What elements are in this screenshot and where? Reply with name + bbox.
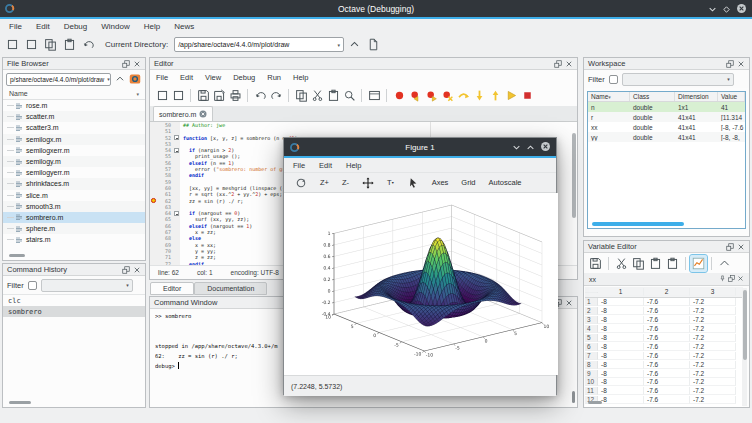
variable-cell[interactable]: -7.6: [644, 316, 690, 324]
workspace-row[interactable]: ndouble1x141: [588, 102, 745, 112]
variable-cell[interactable]: -7.2: [690, 325, 736, 333]
paste-icon[interactable]: [61, 36, 78, 53]
save-icon[interactable]: [587, 255, 604, 272]
filter-combobox[interactable]: ▾: [41, 279, 133, 292]
fold-collapse-icon[interactable]: [174, 135, 179, 140]
pin-icon[interactable]: [719, 275, 726, 283]
horizontal-scrollbar[interactable]: [9, 401, 31, 404]
float-panel-icon[interactable]: [122, 60, 130, 68]
maximize-button[interactable]: [526, 138, 535, 156]
figure-window[interactable]: Figure 1 FileEditHelp Z+Z-T▾AxesGridAuto…: [283, 137, 557, 395]
variable-cell[interactable]: -7.2: [690, 361, 736, 369]
editor-menu-item-file[interactable]: File: [150, 72, 174, 83]
editor-vertical-scrollbar[interactable]: [572, 133, 576, 218]
workspace-column-class[interactable]: Class: [630, 92, 675, 101]
variable-row[interactable]: 10-8-7.6-7.2: [585, 378, 743, 387]
cut-icon[interactable]: [309, 87, 325, 103]
variable-cell[interactable]: -7.6: [644, 352, 690, 360]
close-panel-icon[interactable]: [565, 299, 573, 307]
workspace-table[interactable]: Name ▾ClassDimensionValue ndouble1x141rd…: [587, 91, 746, 229]
variable-editor-vscroll-track[interactable]: [742, 288, 747, 406]
sombrero-surface-plot[interactable]: [284, 193, 558, 375]
close-panel-icon[interactable]: [737, 60, 745, 68]
save-as-icon[interactable]: [211, 87, 227, 103]
insert-text-button[interactable]: T▾: [381, 176, 400, 189]
variable-cell[interactable]: -8: [598, 361, 644, 369]
variable-cell[interactable]: -7.2: [690, 396, 736, 404]
variable-cell[interactable]: -7.2: [690, 370, 736, 378]
float-panel-icon[interactable]: [728, 275, 735, 283]
sync-browser-directory-button[interactable]: [128, 72, 142, 86]
file-row[interactable]: shrinkfaces.m: [3, 178, 145, 189]
float-panel-icon[interactable]: [554, 60, 562, 68]
fold-collapse-icon[interactable]: [174, 211, 179, 216]
variable-cell[interactable]: -8: [598, 334, 644, 342]
close-icon[interactable]: [737, 275, 744, 283]
new-script-icon[interactable]: [4, 36, 21, 53]
copy-icon[interactable]: [630, 255, 647, 272]
browse-directory-button[interactable]: [365, 36, 382, 53]
float-panel-icon[interactable]: [726, 243, 734, 251]
variable-cell[interactable]: -8: [598, 387, 644, 395]
file-row[interactable]: sphere.m: [3, 223, 145, 234]
variable-cell[interactable]: -8: [598, 298, 644, 306]
print-icon[interactable]: [227, 87, 243, 103]
close-tab-icon[interactable]: [199, 110, 207, 119]
autoscale-button[interactable]: Autoscale: [483, 176, 528, 189]
variable-cell[interactable]: -7.2: [690, 343, 736, 351]
figure-menu-item-help[interactable]: Help: [339, 160, 368, 171]
filter-checkbox[interactable]: [609, 75, 618, 84]
variable-cell[interactable]: -8: [598, 352, 644, 360]
variable-cell[interactable]: -7.6: [644, 343, 690, 351]
editor-menu-item-run[interactable]: Run: [261, 72, 287, 83]
variable-column-1[interactable]: 1: [598, 288, 644, 296]
workspace-column-name[interactable]: Name ▾: [588, 92, 630, 101]
current-directory-combobox[interactable]: /app/share/octave/4.4.0/m/plot/draw ▾: [174, 37, 344, 52]
variable-tab-xx[interactable]: xx: [584, 273, 749, 286]
axes-button[interactable]: Axes: [426, 176, 455, 189]
variable-row[interactable]: 11-8-7.6-7.2: [585, 387, 743, 396]
variable-editor-titlebar[interactable]: Variable Editor: [584, 241, 749, 253]
variable-cell[interactable]: -8: [598, 396, 644, 404]
open-icon[interactable]: [170, 87, 186, 103]
one-directory-up-button[interactable]: [113, 72, 127, 86]
file-row[interactable]: slice.m: [3, 190, 145, 201]
file-row[interactable]: scatter.m: [3, 111, 145, 122]
variable-cell[interactable]: -7.2: [690, 334, 736, 342]
figure-canvas-area[interactable]: [284, 193, 556, 375]
file-browser-path-combobox[interactable]: p/share/octave/4.4.0/m/plot/draw ▾: [6, 73, 111, 86]
variable-row[interactable]: 5-8-7.6-7.2: [585, 334, 743, 343]
variable-table-header[interactable]: 123: [585, 287, 743, 298]
step-icon[interactable]: [455, 87, 471, 103]
close-button[interactable]: [736, 0, 747, 18]
menu-item-debug[interactable]: Debug: [57, 21, 95, 32]
variable-row[interactable]: 7-8-7.6-7.2: [585, 351, 743, 360]
variable-cell[interactable]: -7.6: [644, 307, 690, 315]
switch-window-icon[interactable]: [366, 87, 382, 103]
file-row[interactable]: smooth3.m: [3, 201, 145, 212]
file-row[interactable]: semilogxerr.m: [3, 145, 145, 156]
filter-combobox[interactable]: ▾: [622, 73, 734, 86]
workspace-horizontal-scrollbar[interactable]: [592, 222, 684, 226]
close-panel-icon[interactable]: [737, 243, 745, 251]
cut-icon[interactable]: [613, 255, 630, 272]
float-panel-icon[interactable]: [726, 60, 734, 68]
paste-icon[interactable]: [325, 87, 341, 103]
workspace-titlebar[interactable]: Workspace: [584, 58, 749, 70]
remove-breakpoints-icon[interactable]: [439, 87, 455, 103]
editor-menu-item-help[interactable]: Help: [287, 72, 314, 83]
copy-icon[interactable]: [42, 36, 59, 53]
dock-tab-editor[interactable]: Editor: [150, 282, 194, 295]
variable-cell[interactable]: -7.6: [644, 325, 690, 333]
menu-item-news[interactable]: News: [167, 21, 201, 32]
breakpoint-icon[interactable]: [151, 198, 156, 203]
workspace-column-dimension[interactable]: Dimension: [675, 92, 718, 101]
save-icon[interactable]: [195, 87, 211, 103]
variable-column-3[interactable]: 3: [690, 288, 736, 296]
paste-icon[interactable]: [664, 255, 681, 272]
rotate-tool-icon[interactable]: [289, 175, 313, 191]
variable-cell[interactable]: -8: [598, 370, 644, 378]
command-window-scrollbar[interactable]: [572, 391, 575, 403]
undo-icon[interactable]: [80, 36, 97, 53]
variable-cell[interactable]: -7.6: [644, 370, 690, 378]
